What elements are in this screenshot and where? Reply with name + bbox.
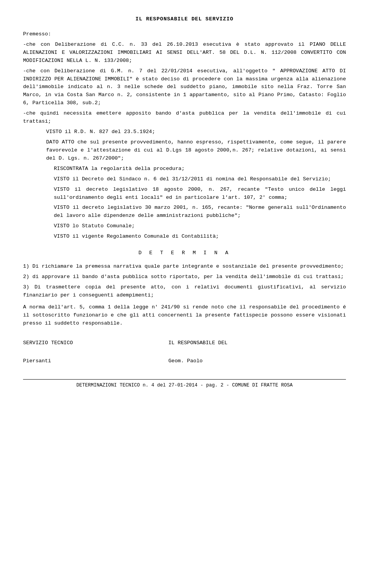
norma-paragraph: A norma dell'art. 5, comma 1 della legge… — [23, 303, 346, 328]
paragraph-11: VISTO il vigente Regolamento Comunale di… — [54, 233, 346, 241]
paragraph-2: -che con Deliberazione di G.M. n. 7 del … — [23, 67, 346, 108]
responsabile-del-label: IL RESPONSABILE DEL — [168, 339, 346, 347]
servizio-tecnico-label: SERVIZIO TECNICO — [23, 339, 152, 347]
paragraph-10: VISTO lo Statuto Comunale; — [54, 222, 346, 230]
page-title: IL RESPONSABILE DEL SERVIZIO — [23, 15, 346, 23]
signature-right: IL RESPONSABILE DEL Geom. Paolo — [168, 339, 346, 368]
geom-paolo-label: Geom. Paolo — [168, 357, 346, 365]
paragraph-6: RISCONTRATA la regolarità della procedur… — [54, 165, 346, 173]
signature-block: SERVIZIO TECNICO Piersanti IL RESPONSABI… — [23, 339, 346, 368]
paragraph-4: VISTO il R.D. N. 827 del 23.5.1924; — [46, 128, 346, 136]
determina-item-1: 1) Di richiamare la premessa narrativa q… — [23, 263, 346, 271]
paragraph-1: -che con Deliberazione di C.C. n. 33 del… — [23, 41, 346, 65]
determina-label: D E T E R M I N A — [23, 249, 346, 257]
paragraph-9: VISTO il decreto legislativo 30 marzo 20… — [54, 204, 346, 220]
piersanti-name: Piersanti — [23, 357, 152, 365]
paragraph-5: DATO ATTO che sul presente provvedimento… — [46, 138, 346, 163]
determina-item-3: 3) Di trasmettere copia del presente att… — [23, 283, 346, 300]
paragraph-7: VISTO il Decreto del Sindaco n. 6 del 31… — [54, 175, 346, 183]
paragraph-3: -che quindi necessita emettere apposito … — [23, 110, 346, 126]
signature-left: SERVIZIO TECNICO Piersanti — [23, 339, 152, 368]
paragraph-8: VISTO il decreto legislativo 18 agosto 2… — [54, 186, 346, 202]
determina-item-2: 2) di approvare il bando d'asta pubblica… — [23, 273, 346, 281]
premessa-label: Premesso: — [23, 30, 346, 38]
footer: DETERMINAZIONI TECNICO n. 4 del 27-01-20… — [23, 379, 346, 389]
